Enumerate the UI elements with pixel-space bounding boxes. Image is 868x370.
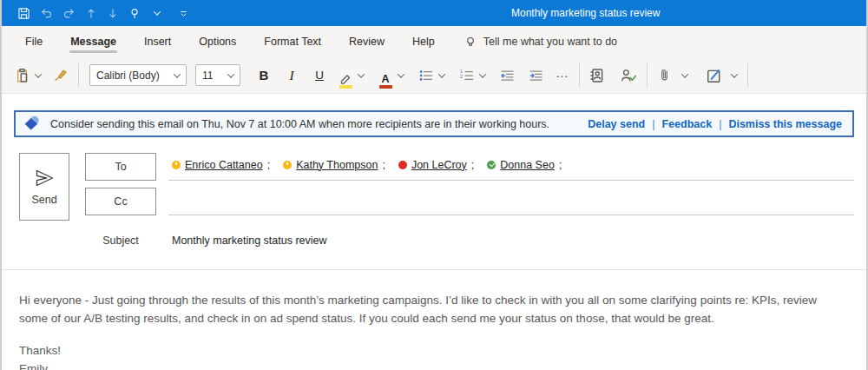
tab-options[interactable]: Options xyxy=(197,28,238,56)
paste-button[interactable] xyxy=(12,63,32,89)
move-down-icon[interactable] xyxy=(107,7,119,20)
dismiss-message-link[interactable]: Dismiss this message xyxy=(728,118,842,130)
address-book-button[interactable] xyxy=(587,63,608,89)
body-paragraph: Hi everyone - Just going through the res… xyxy=(19,291,847,327)
subject-label: Subject xyxy=(85,235,156,247)
redo-icon[interactable] xyxy=(62,7,76,20)
touch-mode-dropdown-icon[interactable] xyxy=(154,8,161,15)
banner-area: Consider sending this email on Thu, Nov … xyxy=(2,94,866,137)
banner-divider: | xyxy=(652,118,654,130)
bold-button[interactable]: B xyxy=(254,63,273,89)
tab-review[interactable]: Review xyxy=(347,28,386,56)
highlight-color-bar xyxy=(339,85,352,88)
numbering-dropdown-icon[interactable] xyxy=(479,70,486,77)
tab-help[interactable]: Help xyxy=(411,28,437,56)
send-label: Send xyxy=(31,194,56,206)
chevron-down-icon xyxy=(227,70,234,77)
toolbar-separator xyxy=(78,63,79,87)
presence-away-icon xyxy=(172,161,181,169)
compose-header: Send To Enrico Cattaneo ; Kathy Thompson… xyxy=(2,137,866,257)
message-body-editor[interactable]: Hi everyone - Just going through the res… xyxy=(2,269,866,370)
delay-send-link[interactable]: Delay send xyxy=(588,118,645,130)
recipient-chip[interactable]: Kathy Thompson; xyxy=(283,159,385,171)
body-signature: Emily xyxy=(19,360,847,370)
undo-icon[interactable] xyxy=(40,7,53,20)
to-row: To Enrico Cattaneo ; Kathy Thompson; Jon… xyxy=(85,153,854,181)
cc-field[interactable] xyxy=(168,188,854,215)
bullets-dropdown-icon[interactable] xyxy=(438,70,445,77)
subject-field[interactable]: Monthly marketing status review xyxy=(168,235,327,247)
banner-actions: Delay send | Feedback | Dismiss this mes… xyxy=(588,118,842,130)
customize-quick-access-toolbar-icon[interactable] xyxy=(178,8,189,19)
toolbar-separator xyxy=(647,63,648,87)
signature-dropdown-icon[interactable] xyxy=(731,70,738,77)
touch-mouse-mode-icon[interactable] xyxy=(128,7,141,20)
increase-indent-button[interactable] xyxy=(526,63,546,89)
cc-button[interactable]: Cc xyxy=(85,188,156,215)
check-names-button[interactable] xyxy=(618,63,640,89)
quick-access-toolbar xyxy=(17,7,189,20)
tab-file[interactable]: File xyxy=(23,28,44,56)
toolbar-separator xyxy=(579,63,580,87)
recipient-chip[interactable]: Donna Seo; xyxy=(487,159,562,171)
outlook-compose-window: Monthly marketing status review File Mes… xyxy=(2,0,866,365)
italic-button[interactable]: I xyxy=(282,63,301,89)
text-highlight-button[interactable] xyxy=(336,63,355,89)
chevron-down-icon xyxy=(174,70,181,77)
presence-busy-icon xyxy=(398,161,407,169)
paste-dropdown-icon[interactable] xyxy=(35,70,42,77)
move-up-icon[interactable] xyxy=(85,7,97,20)
toolbar-separator xyxy=(747,63,748,87)
to-field[interactable]: Enrico Cattaneo ; Kathy Thompson; Jon Le… xyxy=(168,153,854,181)
tab-format-text[interactable]: Format Text xyxy=(262,28,323,56)
svg-text:2: 2 xyxy=(460,73,463,78)
message-ribbon-toolbar: Calibri (Body) 11 B I U A 12 xyxy=(2,57,866,94)
subject-row: Subject Monthly marketing status review xyxy=(85,224,854,257)
lightbulb-icon xyxy=(464,36,477,49)
body-closing: Thanks! xyxy=(19,341,847,360)
font-name-select[interactable]: Calibri (Body) xyxy=(89,64,187,86)
recipient-chip[interactable]: Jon LeCroy; xyxy=(398,159,474,171)
send-button[interactable]: Send xyxy=(19,153,69,221)
cc-row: Cc xyxy=(85,188,854,215)
recipient-chip[interactable]: Enrico Cattaneo ; xyxy=(172,159,270,171)
attach-file-button[interactable] xyxy=(654,63,674,89)
more-options-button[interactable]: … xyxy=(553,63,572,89)
decrease-indent-button[interactable] xyxy=(497,63,517,89)
ribbon-tab-bar: File Message Insert Options Format Text … xyxy=(2,26,866,57)
signature-button[interactable] xyxy=(703,63,725,89)
font-name-value: Calibri (Body) xyxy=(96,69,160,82)
presence-away-icon xyxy=(283,161,292,169)
numbering-button[interactable]: 12 xyxy=(457,63,477,89)
tell-me-box[interactable]: Tell me what you want to do xyxy=(464,36,617,49)
underline-button[interactable]: U xyxy=(310,63,329,89)
send-plane-icon xyxy=(34,168,55,188)
save-icon[interactable] xyxy=(17,7,30,20)
address-fields: To Enrico Cattaneo ; Kathy Thompson; Jon… xyxy=(85,153,854,257)
font-size-value: 11 xyxy=(202,69,213,82)
font-size-select[interactable]: 11 xyxy=(195,64,240,86)
banner-message: Consider sending this email on Thu, Nov … xyxy=(50,118,549,130)
tab-insert[interactable]: Insert xyxy=(142,28,173,56)
to-button[interactable]: To xyxy=(85,153,156,181)
format-painter-button[interactable] xyxy=(51,63,71,89)
presence-available-icon xyxy=(487,161,496,169)
tab-message[interactable]: Message xyxy=(69,28,118,56)
banner-divider: | xyxy=(719,118,721,130)
window-title: Monthly marketing status review xyxy=(511,7,660,19)
viva-insights-icon xyxy=(23,115,42,134)
bullets-button[interactable] xyxy=(416,63,436,89)
highlight-dropdown-icon[interactable] xyxy=(358,70,365,77)
attach-dropdown-icon[interactable] xyxy=(681,70,688,77)
title-bar: Monthly marketing status review xyxy=(2,0,866,26)
insights-suggestion-banner: Consider sending this email on Thu, Nov … xyxy=(14,110,854,137)
tell-me-label: Tell me what you want to do xyxy=(483,36,617,48)
font-color-bar xyxy=(379,85,392,88)
font-color-button[interactable]: A xyxy=(376,63,395,89)
feedback-link[interactable]: Feedback xyxy=(661,118,712,130)
font-color-dropdown-icon[interactable] xyxy=(398,70,404,77)
